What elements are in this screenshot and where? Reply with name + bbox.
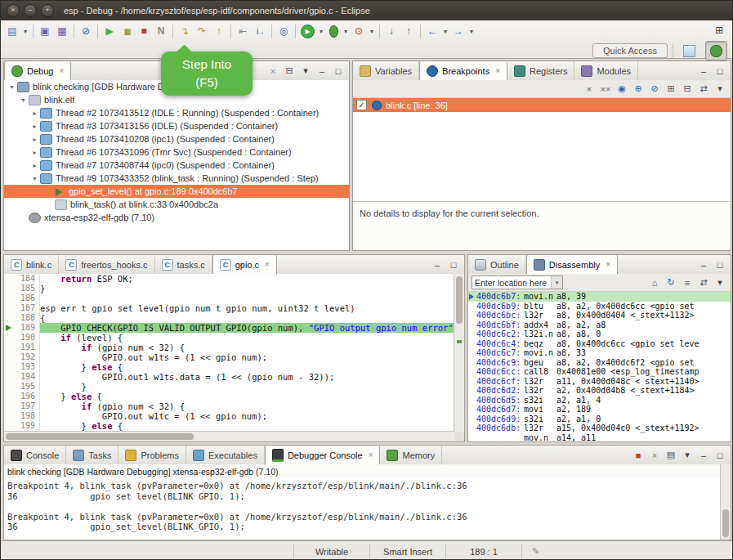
- debug-tree-row[interactable]: ▸ Thread #2 1073413512 (IDLE : Running) …: [4, 106, 349, 119]
- display-selected-console-button[interactable]: ▤: [664, 449, 678, 462]
- maximize-view-button[interactable]: □: [331, 65, 346, 78]
- debug-tree-row[interactable]: ▸ Thread #6 1073431096 (Tmr Svc) (Suspen…: [4, 146, 349, 159]
- window-close-button[interactable]: ×: [7, 4, 20, 17]
- new-wizard-button[interactable]: ▤: [4, 23, 20, 39]
- perspective-debug-button[interactable]: [705, 41, 727, 60]
- open-perspective-button[interactable]: ⊞: [711, 22, 727, 38]
- window-minimize-button[interactable]: –: [24, 4, 37, 17]
- maximize-view-button[interactable]: □: [713, 258, 727, 271]
- forward-menu-icon[interactable]: ▾: [467, 23, 476, 39]
- editor-horizontal-scrollbar[interactable]: [4, 431, 454, 441]
- minimize-view-button[interactable]: –: [696, 449, 711, 462]
- remove-launch-button[interactable]: ×: [647, 449, 662, 462]
- tab-close-icon[interactable]: [495, 66, 500, 75]
- minimize-view-button[interactable]: –: [696, 258, 711, 271]
- location-combo[interactable]: Enter location here: [472, 276, 563, 289]
- step-over-button[interactable]: ↷: [194, 23, 210, 39]
- remove-all-breakpoints-button[interactable]: ××: [598, 83, 613, 96]
- search-button[interactable]: ◎: [275, 23, 292, 39]
- instruction-stepping-button[interactable]: i→: [252, 23, 268, 39]
- previous-annotation-button[interactable]: ↑: [400, 23, 417, 39]
- maximize-view-button[interactable]: □: [713, 449, 727, 462]
- minimize-view-button[interactable]: –: [315, 65, 329, 78]
- disconnect-button[interactable]: N: [153, 23, 169, 39]
- debug-tree-row[interactable]: gpio_set_level() at gpio.c:189 0x400dc6b…: [4, 185, 349, 198]
- collapse-all-button[interactable]: ⊟: [282, 65, 297, 78]
- debug-menu-icon[interactable]: ▾: [342, 23, 350, 39]
- remove-selected-breakpoints-button[interactable]: ×: [582, 83, 597, 96]
- external-tools-menu-icon[interactable]: ▾: [368, 23, 376, 39]
- editor-text-area[interactable]: 184 return ESP_OK; 185 } 186: [4, 274, 454, 432]
- track-expression-button[interactable]: ⇄: [696, 276, 711, 289]
- debug-tree-row[interactable]: xtensa-esp32-elf-gdb (7.10): [4, 211, 349, 224]
- breakpoint-row[interactable]: blink.c [line: 36]: [353, 98, 731, 112]
- expand-arrow-icon[interactable]: ▸: [30, 110, 39, 117]
- expand-arrow-icon[interactable]: ▸: [30, 136, 39, 143]
- view-tab[interactable]: Console: [4, 446, 66, 464]
- view-tab[interactable]: Breakpoints: [419, 61, 507, 80]
- console-output[interactable]: blink checking [GDB Hardware Debugging] …: [4, 464, 721, 540]
- run-button[interactable]: ▶: [301, 25, 315, 38]
- editor-tab[interactable]: freertos_hooks.c: [59, 255, 154, 274]
- debug-tree-row[interactable]: ▸ Thread #5 1073410208 (ipc1) (Suspended…: [4, 132, 349, 146]
- run-menu-icon[interactable]: ▾: [317, 23, 325, 39]
- show-source-button[interactable]: ≡: [680, 276, 695, 289]
- maximize-view-button[interactable]: □: [713, 65, 727, 78]
- go-to-file-for-breakpoint-button[interactable]: ⊕: [631, 83, 646, 96]
- terminate-button[interactable]: ■: [136, 23, 152, 39]
- tab-debug[interactable]: Debug: [4, 61, 71, 80]
- view-tab[interactable]: Tasks: [66, 446, 118, 464]
- view-tab[interactable]: Registers: [507, 61, 574, 80]
- collapse-all-button[interactable]: ⊟: [680, 83, 695, 96]
- skip-all-breakpoints-button[interactable]: ⊘: [78, 23, 94, 39]
- view-menu-icon[interactable]: ▾: [713, 276, 727, 289]
- breakpoints-list[interactable]: blink.c [line: 36]: [353, 98, 731, 201]
- show-breakpoints-for-selection-button[interactable]: ◉: [615, 83, 629, 96]
- view-tab[interactable]: Memory: [380, 446, 442, 464]
- expand-all-button[interactable]: ⊞: [664, 83, 678, 96]
- drop-to-frame-button[interactable]: ⇤: [235, 23, 251, 39]
- minimize-view-button[interactable]: –: [430, 258, 445, 271]
- quick-access-button[interactable]: Quick Access: [592, 43, 668, 58]
- perspective-cpp-button[interactable]: [678, 41, 700, 60]
- editor-tab[interactable]: gpio.c: [212, 255, 277, 274]
- remove-all-terminated-button[interactable]: ×: [266, 65, 280, 78]
- save-button[interactable]: ▣: [37, 23, 53, 39]
- tab-close-icon[interactable]: [606, 260, 610, 269]
- expand-arrow-icon[interactable]: ▾: [19, 96, 28, 104]
- debug-button[interactable]: [326, 23, 341, 39]
- step-into-button[interactable]: ↴: [177, 23, 193, 39]
- refresh-button[interactable]: ↻: [664, 276, 678, 289]
- tab-close-icon[interactable]: [265, 260, 270, 269]
- breakpoint-checkbox[interactable]: [356, 100, 367, 110]
- debug-launch-tree[interactable]: ▾ blink checking [GDB Hardware Debugging…: [4, 80, 349, 250]
- scrollbar-thumb[interactable]: [456, 276, 463, 324]
- debug-tree-row[interactable]: ▾ Thread #9 1073433352 (blink_task : Run…: [4, 172, 349, 185]
- view-menu-icon[interactable]: ▾: [298, 65, 313, 78]
- expand-arrow-icon[interactable]: ▸: [30, 162, 39, 169]
- editor-tab[interactable]: tasks.c: [155, 255, 212, 274]
- step-return-button[interactable]: ↑: [211, 23, 227, 39]
- debug-tree-row[interactable]: ▸ Thread #7 1073408744 (ipc0) (Suspended…: [4, 159, 349, 172]
- skip-all-breakpoints-button[interactable]: ⊘: [647, 83, 662, 96]
- new-wizard-menu-icon[interactable]: ▾: [21, 23, 29, 39]
- expand-arrow-icon[interactable]: ▾: [7, 83, 16, 91]
- forward-button[interactable]: →: [450, 23, 467, 39]
- console-vertical-scrollbar[interactable]: [720, 464, 731, 540]
- external-tools-button[interactable]: ⊙: [351, 23, 367, 39]
- suspend-button[interactable]: ▮▮: [118, 23, 135, 39]
- editor-tab[interactable]: blink.c: [4, 255, 59, 274]
- disassembly-listing[interactable]: 400dc6b7: movi.n a8, 39 400dc6b9: bltu a…: [468, 292, 731, 441]
- link-with-debug-view-button[interactable]: ⇄: [696, 83, 711, 96]
- view-tab[interactable]: Modules: [574, 61, 638, 80]
- scrollbar-thumb[interactable]: [6, 433, 194, 440]
- debug-tree-row[interactable]: blink_task() at blink.c:33 0x400dbc2a: [4, 198, 349, 211]
- view-tab[interactable]: Executables: [186, 446, 265, 464]
- view-menu-icon[interactable]: ▾: [713, 83, 727, 96]
- expand-arrow-icon[interactable]: ▾: [30, 175, 39, 182]
- next-annotation-button[interactable]: ↓: [383, 23, 400, 39]
- window-maximize-button[interactable]: +: [41, 4, 54, 17]
- minimize-view-button[interactable]: –: [696, 65, 711, 78]
- expand-arrow-icon[interactable]: ▸: [30, 149, 39, 156]
- view-tab[interactable]: Problems: [118, 446, 185, 464]
